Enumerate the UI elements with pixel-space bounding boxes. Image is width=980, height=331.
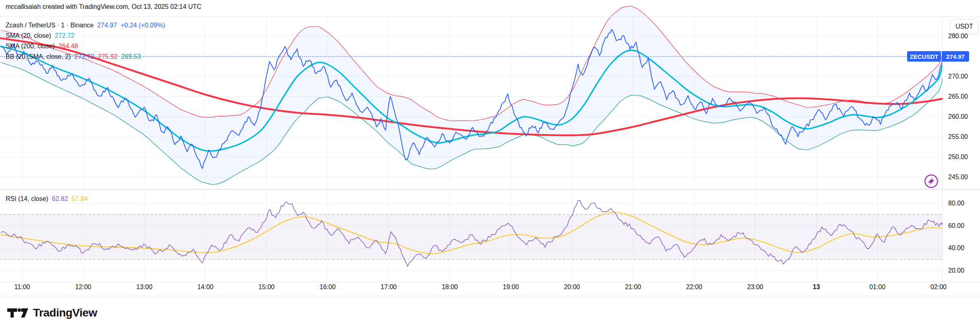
time-tick-label: 02:00 bbox=[930, 283, 947, 291]
tradingview-logo[interactable]: TradingView bbox=[7, 306, 97, 320]
price-tick-label: 265.00 bbox=[948, 93, 968, 100]
time-tick-label: 15:00 bbox=[259, 283, 275, 291]
current-price-value-label: 274.97 bbox=[942, 51, 969, 62]
time-tick-label: 21:00 bbox=[625, 283, 641, 291]
sma200-label: SMA (200, close) bbox=[6, 43, 55, 50]
tradingview-logo-icon bbox=[7, 306, 28, 320]
price-tick-label: 250.00 bbox=[948, 153, 968, 161]
rsi-legend-row[interactable]: RSI (14, close) 62.82 57.84 bbox=[6, 194, 88, 203]
time-tick-label: 14:00 bbox=[197, 283, 213, 291]
symbol-change: +0.24 (+0.09%) bbox=[120, 22, 165, 29]
time-tick-label: 23:00 bbox=[747, 283, 763, 291]
lightning-icon[interactable] bbox=[925, 175, 938, 188]
time-tick-label: 20:00 bbox=[564, 283, 580, 291]
time-tick-label: 19:00 bbox=[503, 283, 519, 291]
rsi-label: RSI (14, close) bbox=[6, 195, 48, 203]
time-tick-label: 01:00 bbox=[869, 283, 885, 291]
price-tick-label: 255.00 bbox=[948, 133, 968, 141]
price-tick-label: 270.00 bbox=[948, 73, 968, 80]
time-tick-label: 13:00 bbox=[136, 283, 152, 291]
rsi-tick-label: 20.00 bbox=[948, 267, 964, 274]
bb-lower-value: 269.53 bbox=[121, 53, 141, 60]
symbol-title: Zcash / TetherUS · 1 · Binance bbox=[6, 22, 93, 29]
price-tick-label: 280.00 bbox=[948, 33, 968, 40]
tradingview-logo-text: TradingView bbox=[33, 306, 97, 319]
bb-legend-row[interactable]: BB (20, SMA, close, 2) 272.72 275.92 269… bbox=[6, 52, 165, 61]
time-tick-label: 12:00 bbox=[75, 283, 91, 291]
rsi-ma-value: 57.84 bbox=[72, 195, 88, 203]
time-tick-label: 17:00 bbox=[381, 283, 397, 291]
price-tick-label: 245.00 bbox=[948, 174, 968, 181]
bb-label: BB (20, SMA, close, 2) bbox=[6, 53, 71, 60]
symbol-last-price: 274.97 bbox=[97, 22, 117, 29]
time-tick-label: 18:00 bbox=[442, 283, 458, 291]
main-legend: Zcash / TetherUS · 1 · Binance 274.97 +0… bbox=[6, 21, 165, 61]
sma20-legend-row[interactable]: SMA (20, close) 272.72 bbox=[6, 31, 165, 40]
price-tick-label: 260.00 bbox=[948, 113, 968, 120]
symbol-legend-row[interactable]: Zcash / TetherUS · 1 · Binance 274.97 +0… bbox=[6, 21, 165, 30]
time-tick-label: 13 bbox=[813, 283, 820, 291]
time-tick-label: 22:00 bbox=[686, 283, 702, 291]
current-price-symbol-label: ZECUSDT bbox=[907, 51, 941, 62]
rsi-tick-label: 40.00 bbox=[948, 244, 964, 252]
bb-upper-value: 275.92 bbox=[98, 53, 118, 60]
rsi-value: 62.82 bbox=[52, 195, 68, 203]
rsi-tick-label: 60.00 bbox=[948, 222, 964, 230]
time-tick-label: 16:00 bbox=[319, 283, 336, 291]
sma20-value: 272.72 bbox=[55, 32, 75, 39]
sma200-legend-row[interactable]: SMA (200, close) 264.48 bbox=[6, 42, 165, 51]
sma20-label: SMA (20, close) bbox=[6, 32, 51, 39]
rsi-tick-label: 80.00 bbox=[948, 200, 964, 207]
bb-basis-value: 272.72 bbox=[75, 53, 94, 60]
time-tick-label: 11:00 bbox=[15, 283, 30, 291]
attribution-text: mccallisaiah created with TradingView.co… bbox=[6, 3, 201, 10]
sma200-value: 264.48 bbox=[58, 43, 78, 50]
